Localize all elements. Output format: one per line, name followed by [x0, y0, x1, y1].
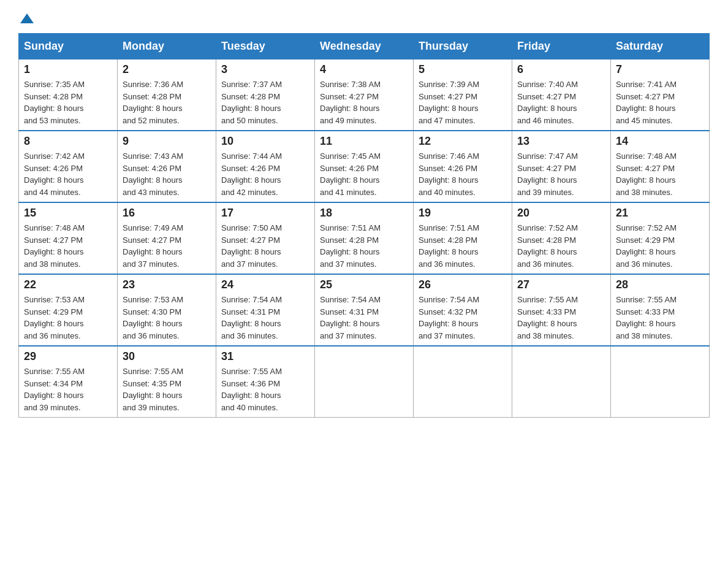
logo-wrapper [18, 12, 34, 27]
day-info: Sunrise: 7:55 AMSunset: 4:33 PMDaylight:… [616, 294, 704, 342]
day-number: 30 [123, 350, 211, 363]
day-info: Sunrise: 7:51 AMSunset: 4:28 PMDaylight:… [419, 222, 507, 270]
day-number: 26 [419, 278, 507, 291]
logo-triangle-icon [20, 12, 34, 25]
calendar-cell: 30Sunrise: 7:55 AMSunset: 4:35 PMDayligh… [118, 346, 216, 418]
calendar-cell: 2Sunrise: 7:36 AMSunset: 4:28 PMDaylight… [118, 59, 216, 131]
calendar-header-friday: Friday [512, 34, 611, 59]
calendar-week-row: 1Sunrise: 7:35 AMSunset: 4:28 PMDaylight… [19, 59, 710, 131]
day-number: 8 [24, 135, 112, 148]
day-info: Sunrise: 7:50 AMSunset: 4:27 PMDaylight:… [221, 222, 309, 270]
day-info: Sunrise: 7:42 AMSunset: 4:26 PMDaylight:… [24, 150, 112, 198]
calendar-cell: 10Sunrise: 7:44 AMSunset: 4:26 PMDayligh… [216, 131, 315, 202]
calendar-cell: 17Sunrise: 7:50 AMSunset: 4:27 PMDayligh… [216, 202, 315, 274]
calendar-cell: 5Sunrise: 7:39 AMSunset: 4:27 PMDaylight… [414, 59, 512, 131]
logo-line1 [18, 12, 34, 27]
calendar-cell [512, 346, 611, 418]
calendar-cell: 6Sunrise: 7:40 AMSunset: 4:27 PMDaylight… [512, 59, 611, 131]
calendar-cell [611, 346, 710, 418]
calendar-cell: 7Sunrise: 7:41 AMSunset: 4:27 PMDaylight… [611, 59, 710, 131]
day-number: 10 [221, 135, 309, 148]
day-number: 27 [517, 278, 605, 291]
day-number: 23 [123, 278, 211, 291]
calendar-header-thursday: Thursday [414, 34, 512, 59]
calendar-cell: 31Sunrise: 7:55 AMSunset: 4:36 PMDayligh… [216, 346, 315, 418]
day-info: Sunrise: 7:44 AMSunset: 4:26 PMDaylight:… [221, 150, 309, 198]
day-info: Sunrise: 7:55 AMSunset: 4:36 PMDaylight:… [221, 366, 309, 413]
calendar-cell: 4Sunrise: 7:38 AMSunset: 4:27 PMDaylight… [315, 59, 414, 131]
calendar-cell: 24Sunrise: 7:54 AMSunset: 4:31 PMDayligh… [216, 274, 315, 346]
day-number: 9 [123, 135, 211, 148]
day-info: Sunrise: 7:40 AMSunset: 4:27 PMDaylight:… [517, 79, 605, 126]
page-header [18, 12, 710, 27]
day-number: 13 [517, 135, 605, 148]
day-number: 28 [616, 278, 704, 291]
day-info: Sunrise: 7:36 AMSunset: 4:28 PMDaylight:… [123, 79, 211, 126]
calendar-cell [414, 346, 512, 418]
calendar-cell [315, 346, 414, 418]
day-info: Sunrise: 7:49 AMSunset: 4:27 PMDaylight:… [123, 222, 211, 270]
calendar-cell: 16Sunrise: 7:49 AMSunset: 4:27 PMDayligh… [118, 202, 216, 274]
day-number: 24 [221, 278, 309, 291]
day-info: Sunrise: 7:46 AMSunset: 4:26 PMDaylight:… [419, 150, 507, 198]
day-number: 18 [320, 207, 408, 220]
day-info: Sunrise: 7:37 AMSunset: 4:28 PMDaylight:… [221, 79, 309, 126]
calendar-cell: 11Sunrise: 7:45 AMSunset: 4:26 PMDayligh… [315, 131, 414, 202]
calendar-cell: 14Sunrise: 7:48 AMSunset: 4:27 PMDayligh… [611, 131, 710, 202]
day-info: Sunrise: 7:38 AMSunset: 4:27 PMDaylight:… [320, 79, 408, 126]
day-number: 7 [616, 63, 704, 76]
day-number: 5 [419, 63, 507, 76]
day-info: Sunrise: 7:45 AMSunset: 4:26 PMDaylight:… [320, 150, 408, 198]
calendar-header-wednesday: Wednesday [315, 34, 414, 59]
day-info: Sunrise: 7:53 AMSunset: 4:30 PMDaylight:… [123, 294, 211, 342]
day-info: Sunrise: 7:54 AMSunset: 4:31 PMDaylight:… [221, 294, 309, 342]
day-number: 31 [221, 350, 309, 363]
day-number: 4 [320, 63, 408, 76]
day-info: Sunrise: 7:52 AMSunset: 4:29 PMDaylight:… [616, 222, 704, 270]
day-info: Sunrise: 7:41 AMSunset: 4:27 PMDaylight:… [616, 79, 704, 126]
day-info: Sunrise: 7:48 AMSunset: 4:27 PMDaylight:… [616, 150, 704, 198]
day-info: Sunrise: 7:55 AMSunset: 4:33 PMDaylight:… [517, 294, 605, 342]
day-info: Sunrise: 7:55 AMSunset: 4:34 PMDaylight:… [24, 366, 112, 413]
calendar-cell: 18Sunrise: 7:51 AMSunset: 4:28 PMDayligh… [315, 202, 414, 274]
day-info: Sunrise: 7:54 AMSunset: 4:32 PMDaylight:… [419, 294, 507, 342]
day-number: 20 [517, 207, 605, 220]
day-info: Sunrise: 7:39 AMSunset: 4:27 PMDaylight:… [419, 79, 507, 126]
day-info: Sunrise: 7:53 AMSunset: 4:29 PMDaylight:… [24, 294, 112, 342]
calendar-header-row: SundayMondayTuesdayWednesdayThursdayFrid… [19, 34, 710, 59]
day-info: Sunrise: 7:48 AMSunset: 4:27 PMDaylight:… [24, 222, 112, 270]
logo [18, 12, 34, 27]
day-info: Sunrise: 7:43 AMSunset: 4:26 PMDaylight:… [123, 150, 211, 198]
calendar-cell: 28Sunrise: 7:55 AMSunset: 4:33 PMDayligh… [611, 274, 710, 346]
calendar-cell: 21Sunrise: 7:52 AMSunset: 4:29 PMDayligh… [611, 202, 710, 274]
calendar-cell: 27Sunrise: 7:55 AMSunset: 4:33 PMDayligh… [512, 274, 611, 346]
calendar-cell: 23Sunrise: 7:53 AMSunset: 4:30 PMDayligh… [118, 274, 216, 346]
day-number: 15 [24, 207, 112, 220]
calendar-header-saturday: Saturday [611, 34, 710, 59]
calendar-header-monday: Monday [118, 34, 216, 59]
calendar-cell: 15Sunrise: 7:48 AMSunset: 4:27 PMDayligh… [19, 202, 118, 274]
day-number: 29 [24, 350, 112, 363]
day-info: Sunrise: 7:35 AMSunset: 4:28 PMDaylight:… [24, 79, 112, 126]
day-number: 6 [517, 63, 605, 76]
calendar-cell: 12Sunrise: 7:46 AMSunset: 4:26 PMDayligh… [414, 131, 512, 202]
day-info: Sunrise: 7:52 AMSunset: 4:28 PMDaylight:… [517, 222, 605, 270]
day-number: 3 [221, 63, 309, 76]
calendar-week-row: 29Sunrise: 7:55 AMSunset: 4:34 PMDayligh… [19, 346, 710, 418]
day-number: 21 [616, 207, 704, 220]
day-number: 16 [123, 207, 211, 220]
calendar-cell: 13Sunrise: 7:47 AMSunset: 4:27 PMDayligh… [512, 131, 611, 202]
svg-marker-0 [20, 13, 34, 23]
calendar-week-row: 15Sunrise: 7:48 AMSunset: 4:27 PMDayligh… [19, 202, 710, 274]
day-number: 19 [419, 207, 507, 220]
calendar-cell: 1Sunrise: 7:35 AMSunset: 4:28 PMDaylight… [19, 59, 118, 131]
calendar-table: SundayMondayTuesdayWednesdayThursdayFrid… [18, 33, 710, 418]
day-info: Sunrise: 7:47 AMSunset: 4:27 PMDaylight:… [517, 150, 605, 198]
day-number: 25 [320, 278, 408, 291]
calendar-cell: 9Sunrise: 7:43 AMSunset: 4:26 PMDaylight… [118, 131, 216, 202]
day-number: 2 [123, 63, 211, 76]
calendar-cell: 29Sunrise: 7:55 AMSunset: 4:34 PMDayligh… [19, 346, 118, 418]
calendar-cell: 22Sunrise: 7:53 AMSunset: 4:29 PMDayligh… [19, 274, 118, 346]
day-info: Sunrise: 7:51 AMSunset: 4:28 PMDaylight:… [320, 222, 408, 270]
day-number: 11 [320, 135, 408, 148]
